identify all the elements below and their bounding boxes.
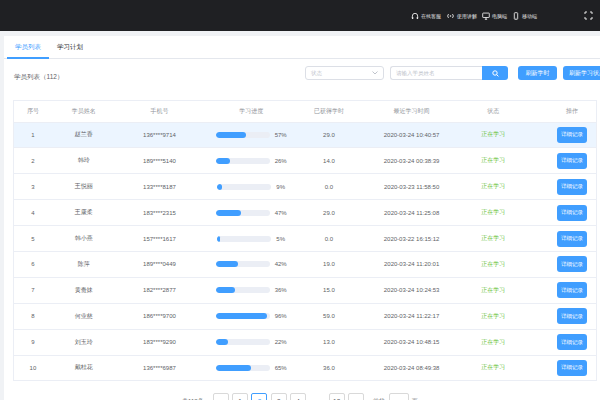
progress-cell: 36%: [203, 287, 291, 293]
table-row[interactable]: 5韩小燕157****16175%0.02020-03-22 16:15:12正…: [14, 225, 596, 251]
progress-cell: 42%: [203, 261, 291, 267]
status-cell: 正在学习: [456, 260, 530, 269]
hours-cell: 0.0: [291, 236, 367, 242]
search-input[interactable]: 请输入学员姓名: [390, 66, 482, 80]
pagination-prev[interactable]: ‹: [213, 393, 229, 400]
table-row[interactable]: 9刘玉玲183****929022%13.02020-03-24 10:48:1…: [14, 329, 596, 355]
hours-cell: 19.0: [291, 261, 367, 267]
content-panel: 学员列表学习计划 学员列表（112） 状态 请输入学员姓名 刷新学时 刷新学习状…: [4, 36, 600, 400]
index-cell: 8: [14, 313, 52, 319]
pagination-page-3[interactable]: 3: [271, 393, 287, 400]
progress-label: 26%: [275, 158, 287, 164]
pagination-page-12[interactable]: 12: [329, 393, 345, 400]
table-row[interactable]: 8何业慈186****970096%59.02020-03-24 11:22:1…: [14, 303, 596, 329]
progress-label: 42%: [275, 261, 287, 267]
pagination-ellipsis: •••: [309, 393, 325, 400]
topbar-item-label: 在线客服: [421, 13, 441, 19]
progress-cell: 5%: [203, 236, 291, 242]
table-row[interactable]: 3王悦丽133****81879%0.02020-03-23 11:58:50正…: [14, 173, 596, 199]
filter-bar: 状态 请输入学员姓名 刷新学时 刷新学习状态: [4, 66, 600, 80]
tab-1[interactable]: 学习计划: [49, 36, 91, 59]
table-row[interactable]: 2韩玲189****514026%14.02020-03-24 00:38:39…: [14, 147, 596, 173]
action-cell: 详细记录: [530, 179, 596, 195]
hours-cell: 59.0: [291, 313, 367, 319]
topbar-item-phone[interactable]: 移动端: [512, 12, 537, 20]
action-cell: 详细记录: [530, 360, 596, 376]
fullscreen-button[interactable]: [584, 11, 593, 20]
column-header: 状态: [456, 107, 530, 116]
progress-bar: [216, 158, 270, 164]
table-row[interactable]: 10戴桂花136****698765%36.02020-03-24 08:49:…: [14, 355, 596, 381]
status-cell: 正在学习: [456, 156, 530, 165]
topbar-item-broadcast[interactable]: 使用讲解: [446, 12, 477, 20]
detail-record-button[interactable]: 详细记录: [557, 308, 587, 324]
phone-cell: 186****9700: [116, 313, 204, 319]
index-cell: 9: [14, 339, 52, 345]
tab-0[interactable]: 学员列表: [7, 36, 49, 59]
phone-cell: 157****1617: [116, 236, 204, 242]
time-cell: 2020-03-23 11:58:50: [367, 184, 457, 190]
detail-record-button[interactable]: 详细记录: [557, 282, 587, 298]
chevron-down-icon: [372, 71, 378, 75]
topbar-item-headset[interactable]: 在线客服: [411, 12, 441, 20]
detail-record-button[interactable]: 详细记录: [557, 127, 587, 143]
index-cell: 6: [14, 261, 52, 267]
index-cell: 3: [14, 184, 52, 190]
action-cell: 详细记录: [530, 153, 596, 169]
name-cell: 韩玲: [52, 156, 116, 165]
broadcast-icon: [446, 12, 455, 20]
table-row[interactable]: 6陈萍189****044942%19.02020-03-24 11:20:01…: [14, 251, 596, 277]
action-cell: 详细记录: [530, 127, 596, 143]
index-cell: 2: [14, 158, 52, 164]
detail-record-button[interactable]: 详细记录: [557, 231, 587, 247]
progress-label: 9%: [276, 184, 285, 190]
table-row[interactable]: 1赵兰香136****971457%29.02020-03-24 10:40:5…: [14, 122, 596, 148]
name-cell: 王悦丽: [52, 182, 116, 191]
search-button[interactable]: [482, 66, 508, 80]
detail-record-button[interactable]: 详细记录: [557, 179, 587, 195]
pagination-next[interactable]: ›: [348, 393, 364, 400]
refresh-status-button[interactable]: 刷新学习状态: [563, 66, 600, 80]
status-badge: 正在学习: [481, 363, 505, 372]
progress-label: 36%: [275, 287, 287, 293]
headset-icon: [411, 12, 419, 20]
pagination-goto-input[interactable]: [389, 393, 409, 400]
time-cell: 2020-03-24 10:40:57: [367, 132, 457, 138]
table-header-row: 序号学员姓名手机号学习进度已获得学时最近学习时间状态操作: [14, 101, 596, 122]
hours-cell: 13.0: [291, 339, 367, 345]
progress-bar: [217, 184, 271, 190]
status-select[interactable]: 状态: [305, 66, 384, 80]
table-row[interactable]: 4王康柔183****231547%29.02020-03-24 11:25:0…: [14, 199, 596, 225]
hours-cell: 29.0: [291, 132, 367, 138]
time-cell: 2020-03-24 11:25:08: [367, 210, 457, 216]
student-table: 序号学员姓名手机号学习进度已获得学时最近学习时间状态操作1赵兰香136****9…: [13, 100, 597, 381]
detail-record-button[interactable]: 详细记录: [557, 205, 587, 221]
pagination-page-4[interactable]: 4: [290, 393, 306, 400]
monitor-icon: [482, 12, 490, 20]
time-cell: 2020-03-24 10:24:53: [367, 287, 457, 293]
search-placeholder: 请输入学员姓名: [396, 70, 435, 77]
table-row[interactable]: 7黄贵妹182****287736%15.02020-03-24 10:24:5…: [14, 277, 596, 303]
pagination-total: 共112条: [182, 393, 204, 400]
action-cell: 详细记录: [530, 231, 596, 247]
detail-record-button[interactable]: 详细记录: [557, 360, 587, 376]
column-header: 手机号: [116, 107, 204, 116]
progress-bar: [216, 287, 270, 293]
detail-record-button[interactable]: 详细记录: [557, 256, 587, 272]
topbar-item-monitor[interactable]: 电脑端: [482, 12, 507, 20]
pagination-page-1[interactable]: 1: [232, 393, 248, 400]
phone-cell: 136****9714: [116, 132, 204, 138]
name-cell: 韩小燕: [52, 234, 116, 243]
detail-record-button[interactable]: 详细记录: [557, 334, 587, 350]
detail-record-button[interactable]: 详细记录: [557, 153, 587, 169]
name-cell: 刘玉玲: [52, 338, 116, 347]
status-badge: 正在学习: [481, 338, 505, 347]
time-cell: 2020-03-22 16:15:12: [367, 236, 457, 242]
status-cell: 正在学习: [456, 130, 530, 139]
status-cell: 正在学习: [456, 363, 530, 372]
fullscreen-icon: [584, 11, 593, 20]
progress-cell: 26%: [203, 158, 291, 164]
pagination-page-2[interactable]: 2: [251, 393, 267, 400]
refresh-hours-button[interactable]: 刷新学时: [518, 66, 557, 80]
status-badge: 正在学习: [481, 182, 505, 191]
